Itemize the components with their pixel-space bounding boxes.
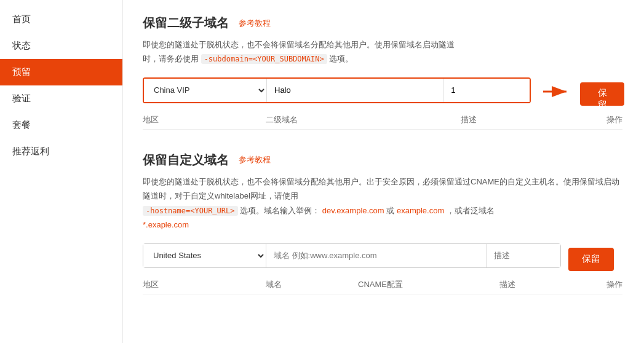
section1-table-header: 地区 二级域名 描述 操作 bbox=[143, 111, 622, 130]
section-reserve-subdomain: 保留二级子域名 参考教程 即使您的隧道处于脱机状态，也不会将保留域名分配给其他用… bbox=[143, 15, 624, 130]
region-select-1[interactable]: China VIP China US Europe bbox=[144, 79, 267, 102]
section1-title: 保留二级子域名 bbox=[143, 15, 229, 31]
section2-desc4: ，或者泛域名 bbox=[447, 206, 495, 215]
main-content: 保留二级子域名 参考教程 即使您的隧道处于脱机状态，也不会将保留域名分配给其他用… bbox=[123, 0, 644, 343]
section2-col-region: 地区 bbox=[143, 279, 266, 290]
section-reserve-custom-domain: 保留自定义域名 参考教程 即使您的隧道处于脱机状态，也不会将保留域分配给其他用户… bbox=[143, 152, 624, 294]
section2-desc-text: 即使您的隧道处于脱机状态，也不会将保留域分配给其他用户。出于安全原因，必须保留通… bbox=[143, 177, 619, 200]
section2-desc2: 选项。域名输入举例： bbox=[240, 206, 320, 215]
section1-header: 保留二级子域名 参考教程 bbox=[143, 15, 624, 31]
section1-ref-link[interactable]: 参考教程 bbox=[239, 18, 271, 29]
section2-link1: dev.example.com bbox=[322, 206, 384, 215]
section2-table-header: 地区 域名 CNAME配置 描述 操作 bbox=[143, 275, 622, 294]
sidebar-item-package[interactable]: 套餐 bbox=[0, 112, 122, 138]
domain-input[interactable] bbox=[266, 244, 487, 267]
section1-col-region: 地区 bbox=[143, 114, 266, 125]
arrow-svg bbox=[543, 82, 573, 101]
section1-desc-line2: 时，请务必使用 bbox=[143, 54, 199, 63]
section2-col-action: 操作 bbox=[573, 279, 622, 290]
section2-desc3: 或 bbox=[386, 206, 394, 215]
section2-col-desc: 描述 bbox=[499, 279, 573, 290]
section2-code1: -hostname=<YOUR_URL> bbox=[143, 206, 238, 216]
section1-desc-line1: 即使您的隧道处于脱机状态，也不会将保留域名分配给其他用户。使用保留域名启动隧道 bbox=[143, 40, 455, 49]
section2-col-domain: 域名 bbox=[266, 279, 358, 290]
section2-form-row: United States China VIP China Europe bbox=[143, 243, 561, 268]
section2-link2: example.com bbox=[397, 206, 444, 215]
section2-desc: 即使您的隧道处于脱机状态，也不会将保留域分配给其他用户。出于安全原因，必须保留通… bbox=[143, 175, 624, 232]
sidebar: 首页 状态 预留 验证 套餐 推荐返利 bbox=[0, 0, 123, 343]
sidebar-item-status[interactable]: 状态 bbox=[0, 33, 122, 59]
section2-link3: *.exaple.com bbox=[143, 220, 189, 229]
section1-code1: -subdomain=<YOUR_SUBDOMAIN> bbox=[201, 54, 327, 64]
arrow-icon bbox=[543, 82, 573, 106]
section1-col-desc: 描述 bbox=[364, 114, 573, 125]
sidebar-item-reserve[interactable]: 预留 bbox=[0, 59, 122, 85]
section1-desc: 即使您的隧道处于脱机状态，也不会将保留域名分配给其他用户。使用保留域名启动隧道 … bbox=[143, 37, 624, 66]
desc-input-1[interactable]: 1 bbox=[443, 79, 530, 102]
section2-save-button[interactable]: 保留 bbox=[568, 248, 614, 271]
section2-ref-link[interactable]: 参考教程 bbox=[239, 154, 271, 165]
section2-col-cname: CNAME配置 bbox=[358, 279, 499, 290]
section1-form-wrapper: China VIP China US Europe Halo 1 bbox=[143, 77, 624, 111]
section1-form-row: China VIP China US Europe Halo 1 bbox=[143, 77, 531, 103]
sidebar-item-referral[interactable]: 推荐返利 bbox=[0, 138, 122, 165]
section2-header: 保留自定义域名 参考教程 bbox=[143, 152, 624, 168]
desc-input-2[interactable] bbox=[487, 244, 560, 267]
section1-col-action: 操作 bbox=[573, 114, 622, 125]
subdomain-input[interactable]: Halo bbox=[267, 79, 443, 102]
section1-col-subdomain: 二级域名 bbox=[266, 114, 364, 125]
section1-desc-line3: 选项。 bbox=[329, 54, 353, 63]
section1-save-button[interactable]: 保留 bbox=[580, 82, 624, 106]
region-select-2[interactable]: United States China VIP China Europe bbox=[143, 244, 266, 267]
sidebar-item-verify[interactable]: 验证 bbox=[0, 85, 122, 112]
section2-form-wrapper: United States China VIP China Europe 保留 bbox=[143, 243, 624, 275]
sidebar-item-home[interactable]: 首页 bbox=[0, 6, 122, 33]
section2-title: 保留自定义域名 bbox=[143, 152, 229, 168]
